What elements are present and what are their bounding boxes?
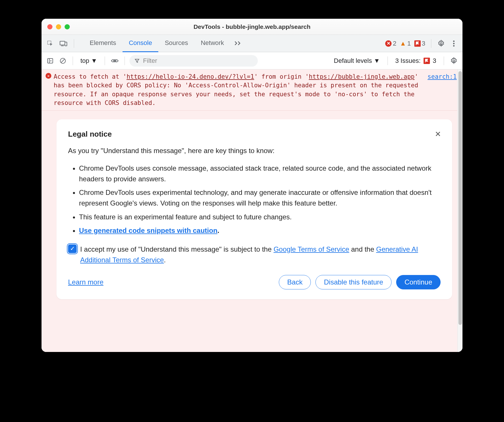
- svg-rect-3: [65, 42, 67, 46]
- svg-point-4: [440, 42, 442, 44]
- svg-rect-1: [60, 41, 65, 45]
- devtools-window: DevTools - bubble-jingle.web.app/search …: [42, 19, 462, 352]
- toggle-sidebar-icon[interactable]: [45, 56, 55, 66]
- error-count[interactable]: ✕ 2: [385, 40, 396, 47]
- learn-more-link[interactable]: Learn more: [68, 278, 104, 286]
- window-title: DevTools - bubble-jingle.web.app/search: [193, 23, 311, 30]
- filter-input[interactable]: [143, 57, 253, 65]
- context-selector[interactable]: top ▼: [78, 57, 100, 65]
- divider: [431, 39, 431, 48]
- tab-elements[interactable]: Elements: [83, 35, 123, 52]
- issues-chip-icon: [424, 58, 430, 64]
- error-source-link[interactable]: search:1: [428, 72, 457, 108]
- svg-point-5: [453, 40, 455, 42]
- error-url-1[interactable]: https://hello-io-24.deno.dev/?lvl=1: [127, 73, 254, 80]
- tab-bar: Elements Console Sources Network ✕ 2 ▲ 1: [42, 35, 462, 52]
- accept-checkbox[interactable]: ✓: [68, 244, 77, 253]
- svg-rect-8: [48, 59, 53, 63]
- issues-label: 3 Issues:: [395, 57, 421, 65]
- minimize-window-button[interactable]: [56, 24, 61, 29]
- titlebar: DevTools - bubble-jingle.web.app/search: [42, 19, 462, 35]
- levels-label: Default levels: [334, 57, 372, 65]
- divider: [73, 56, 73, 65]
- more-menu-icon[interactable]: [449, 38, 459, 49]
- filter-box[interactable]: [129, 55, 258, 67]
- dropdown-icon: ▼: [91, 57, 97, 65]
- tab-network[interactable]: Network: [194, 35, 230, 52]
- error-icon: ✕: [46, 72, 54, 108]
- list-item: Chrome DevTools uses experimental techno…: [79, 187, 441, 208]
- issue-flag-icon: [414, 40, 421, 47]
- svg-point-7: [453, 45, 455, 46]
- accept-text: I accept my use of "Understand this mess…: [80, 244, 441, 265]
- live-expression-icon[interactable]: [110, 56, 120, 66]
- clear-console-icon[interactable]: [58, 56, 68, 66]
- accept-row: ✓ I accept my use of "Understand this me…: [68, 244, 441, 265]
- warning-count[interactable]: ▲ 1: [400, 40, 411, 47]
- continue-button[interactable]: Continue: [396, 275, 441, 289]
- close-icon[interactable]: ✕: [435, 130, 441, 139]
- error-icon: ✕: [385, 40, 392, 47]
- settings-icon[interactable]: [436, 38, 446, 49]
- error-url-2[interactable]: https://bubble-jingle.web.app: [309, 73, 415, 80]
- divider: [125, 56, 125, 65]
- more-tabs-icon[interactable]: [230, 39, 246, 48]
- svg-point-13: [453, 60, 455, 62]
- log-levels-selector[interactable]: Default levels ▼: [331, 57, 383, 65]
- close-window-button[interactable]: [47, 24, 52, 29]
- console-settings-icon[interactable]: [449, 56, 459, 66]
- caution-link[interactable]: Use generated code snippets with caution: [79, 227, 217, 234]
- filter-icon: [135, 58, 140, 63]
- warning-count-value: 1: [407, 40, 411, 47]
- list-item: Chrome DevTools uses console message, as…: [79, 163, 441, 184]
- modal-footer: Learn more Back Disable this feature Con…: [68, 275, 441, 289]
- issues-count: 3: [433, 57, 436, 65]
- console-error-text: Access to fetch at 'https://hello-io-24.…: [54, 72, 428, 108]
- traffic-lights: [47, 24, 70, 29]
- device-toolbar-icon[interactable]: [58, 38, 69, 49]
- console-toolbar: top ▼ Default levels ▼ 3 Issues:: [42, 52, 462, 69]
- error-count-value: 2: [393, 40, 396, 47]
- list-item: This feature is an experimental feature …: [79, 212, 441, 222]
- warning-icon: ▲: [400, 40, 406, 47]
- inspect-element-icon[interactable]: [45, 38, 55, 49]
- console-area: ✕ Access to fetch at 'https://hello-io-2…: [42, 69, 462, 352]
- disable-feature-button[interactable]: Disable this feature: [315, 275, 391, 289]
- scrollbar[interactable]: [457, 69, 462, 352]
- issues-link[interactable]: 3 Issues: 3: [392, 57, 439, 65]
- dropdown-icon: ▼: [374, 57, 380, 65]
- console-error-row[interactable]: ✕ Access to fetch at 'https://hello-io-2…: [42, 69, 462, 111]
- tab-sources[interactable]: Sources: [158, 35, 194, 52]
- divider: [444, 56, 444, 65]
- modal-title: Legal notice: [68, 130, 441, 139]
- divider: [388, 56, 388, 65]
- list-item: Use generated code snippets with caution…: [79, 225, 441, 236]
- maximize-window-button[interactable]: [65, 24, 70, 29]
- panel-tabs: Elements Console Sources Network: [83, 35, 384, 52]
- context-label: top: [80, 57, 89, 65]
- divider: [105, 56, 105, 65]
- google-tos-link[interactable]: Google Terms of Service: [274, 245, 349, 253]
- scroll-thumb[interactable]: [458, 71, 462, 325]
- divider: [74, 39, 74, 48]
- modal-intro: As you try "Understand this message", he…: [68, 147, 441, 155]
- back-button[interactable]: Back: [279, 275, 311, 289]
- svg-point-6: [453, 43, 455, 44]
- svg-line-11: [61, 59, 65, 63]
- tab-console[interactable]: Console: [123, 35, 159, 52]
- modal-bullet-list: Chrome DevTools uses console message, as…: [68, 163, 441, 236]
- issue-count-value: 3: [422, 40, 425, 47]
- legal-notice-modal: ✕ Legal notice As you try "Understand th…: [57, 119, 452, 299]
- issue-count[interactable]: 3: [414, 40, 425, 47]
